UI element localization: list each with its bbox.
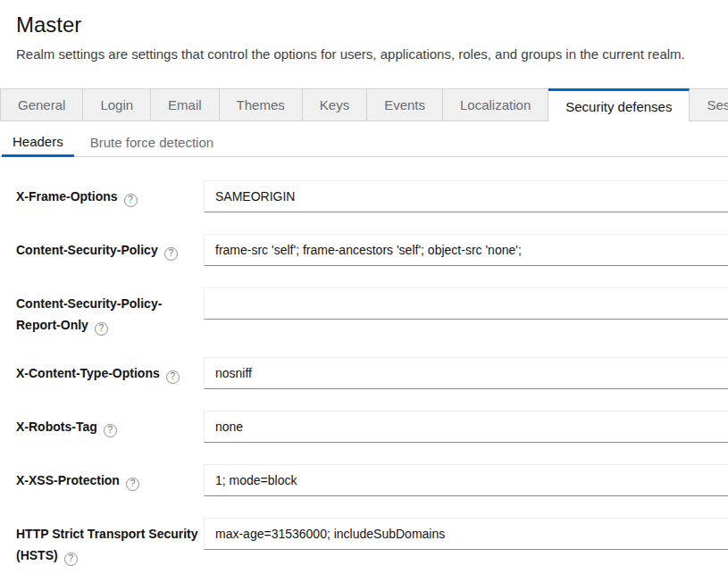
field-label: HTTP Strict Transport Security (HSTS)? — [16, 527, 198, 562]
help-icon[interactable]: ? — [64, 553, 78, 566]
help-icon[interactable]: ? — [104, 424, 117, 437]
http-strict-transport-security-hsts-input[interactable] — [204, 518, 728, 550]
field-label: Content-Security-Policy-Report-Only? — [16, 296, 162, 332]
help-icon[interactable]: ? — [124, 194, 138, 207]
tab-themes[interactable]: Themes — [220, 88, 303, 121]
realm-settings-page: Master Realm settings are settings that … — [0, 12, 728, 566]
x-robots-tag-label: X-Robots-Tag — [16, 420, 97, 434]
tab-keys[interactable]: Keys — [303, 88, 367, 121]
x-frame-options-label: X-Frame-Options — [16, 189, 118, 204]
form-group-x-content-type-options: X-Content-Type-Options? — [16, 357, 728, 389]
subtab-brute-force-detection[interactable]: Brute force detection — [79, 128, 224, 157]
content-security-policy-report-only-label: Content-Security-Policy-Report-Only — [16, 296, 162, 332]
tab-email[interactable]: Email — [151, 88, 220, 121]
help-icon[interactable]: ? — [95, 322, 108, 336]
x-content-type-options-label: X-Content-Type-Options — [16, 366, 160, 380]
form-group-x-frame-options: X-Frame-Options? — [16, 180, 728, 212]
help-icon[interactable]: ? — [126, 478, 139, 491]
field-label: X-XSS-Protection? — [16, 473, 139, 487]
field-label: X-Robots-Tag? — [16, 420, 117, 434]
x-robots-tag-input[interactable] — [204, 411, 728, 443]
page-description: Realm settings are settings that control… — [16, 46, 728, 62]
content-security-policy-report-only-input[interactable] — [204, 287, 728, 320]
help-icon[interactable]: ? — [164, 247, 178, 261]
x-content-type-options-input[interactable] — [204, 357, 728, 389]
field-label-col: Content-Security-Policy-Report-Only? — [16, 287, 204, 336]
content-security-policy-input[interactable] — [204, 234, 728, 266]
field-label: X-Content-Type-Options? — [16, 366, 180, 380]
content-security-policy-label: Content-Security-Policy — [16, 243, 158, 257]
field-label-col: X-Robots-Tag? — [16, 411, 204, 437]
tab-login[interactable]: Login — [83, 88, 151, 121]
security-defenses-subtabs: HeadersBrute force detection — [0, 128, 728, 157]
form-group-x-xss-protection: X-XSS-Protection? — [16, 464, 728, 496]
form-group-content-security-policy-report-only: Content-Security-Policy-Report-Only? — [16, 287, 728, 336]
help-icon[interactable]: ? — [166, 370, 180, 384]
tab-events[interactable]: Events — [367, 88, 443, 121]
tab-sessions[interactable]: Sessions — [690, 88, 728, 121]
form-group-http-strict-transport-security-hsts: HTTP Strict Transport Security (HSTS)? — [16, 518, 728, 566]
form-group-x-robots-tag: X-Robots-Tag? — [16, 411, 728, 443]
headers-form: X-Frame-Options?Content-Security-Policy?… — [16, 180, 728, 566]
x-frame-options-input[interactable] — [204, 180, 728, 212]
field-label-col: X-Content-Type-Options? — [16, 357, 204, 384]
field-label-col: X-Frame-Options? — [16, 180, 204, 207]
field-label-col: X-XSS-Protection? — [16, 464, 204, 491]
realm-settings-tabs: GeneralLoginEmailThemesKeysEventsLocaliz… — [0, 88, 728, 121]
x-xss-protection-label: X-XSS-Protection — [16, 473, 120, 487]
subtab-headers[interactable]: Headers — [2, 128, 74, 157]
field-label: Content-Security-Policy? — [16, 243, 178, 257]
http-strict-transport-security-hsts-label: HTTP Strict Transport Security (HSTS) — [16, 527, 198, 562]
field-label: X-Frame-Options? — [16, 189, 138, 204]
tab-security-defenses[interactable]: Security defenses — [548, 88, 690, 121]
form-group-content-security-policy: Content-Security-Policy? — [16, 234, 728, 266]
tab-general[interactable]: General — [0, 88, 83, 121]
x-xss-protection-input[interactable] — [204, 464, 728, 496]
page-title: Master — [16, 12, 728, 37]
field-label-col: Content-Security-Policy? — [16, 234, 204, 261]
tab-localization[interactable]: Localization — [443, 88, 548, 121]
field-label-col: HTTP Strict Transport Security (HSTS)? — [16, 518, 204, 566]
